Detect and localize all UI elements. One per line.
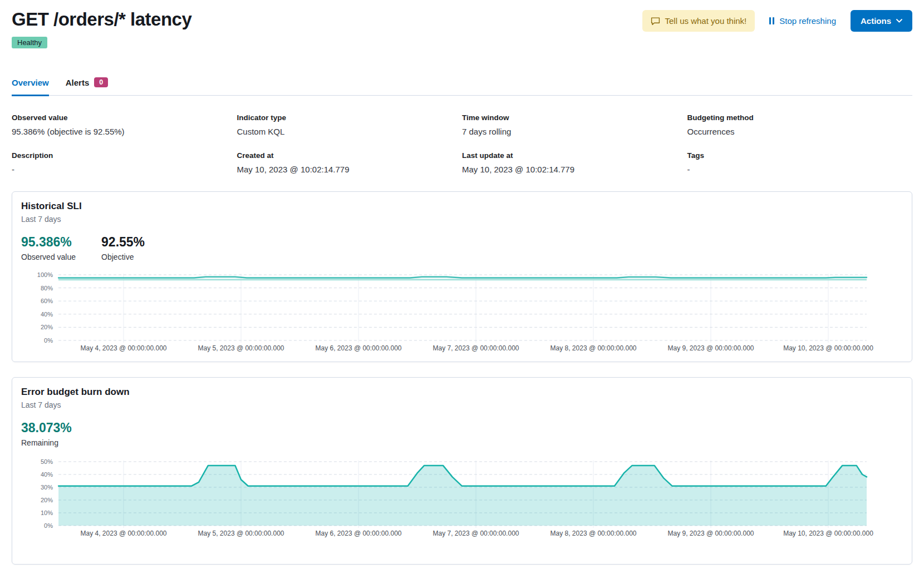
svg-text:30%: 30% <box>41 484 53 491</box>
definition-value: 95.386% (objective is 92.55%) <box>12 127 237 136</box>
y-axis-labels: 0%20%40%60%80%100% <box>37 271 53 344</box>
series-line <box>58 466 867 486</box>
svg-text:May 7, 2023 @ 00:00:00.000: May 7, 2023 @ 00:00:00.000 <box>433 530 519 537</box>
stat-label: Observed value <box>21 253 76 261</box>
svg-text:20%: 20% <box>41 324 53 330</box>
tab-label: Overview <box>12 78 49 87</box>
tab-label: Alerts <box>66 78 90 87</box>
svg-text:May 5, 2023 @ 00:00:00.000: May 5, 2023 @ 00:00:00.000 <box>198 530 284 537</box>
svg-text:May 5, 2023 @ 00:00:00.000: May 5, 2023 @ 00:00:00.000 <box>198 344 284 352</box>
definition-value: Occurrences <box>687 127 913 136</box>
svg-text:0%: 0% <box>44 522 53 529</box>
definition-last-update-at: Last update atMay 10, 2023 @ 10:02:14.77… <box>462 151 687 174</box>
definition-observed-value: Observed value95.386% (objective is 92.5… <box>12 113 237 136</box>
page-header: GET /orders/* latency Healthy Tell us wh… <box>12 8 912 48</box>
slo-detail-page: GET /orders/* latency Healthy Tell us wh… <box>0 0 924 569</box>
svg-text:May 6, 2023 @ 00:00:00.000: May 6, 2023 @ 00:00:00.000 <box>316 344 402 352</box>
historical-sli-panel: Historical SLI Last 7 days 95.386%Observ… <box>12 191 912 362</box>
svg-text:10%: 10% <box>41 509 53 516</box>
tab-overview[interactable]: Overview <box>12 77 49 96</box>
stop-refreshing-label: Stop refreshing <box>779 16 836 26</box>
sli-stats: 95.386%Observed value92.55%Objective <box>21 235 903 261</box>
tab-alerts[interactable]: Alerts0 <box>66 77 108 96</box>
svg-text:May 8, 2023 @ 00:00:00.000: May 8, 2023 @ 00:00:00.000 <box>551 530 637 537</box>
definition-value: Custom KQL <box>237 127 463 136</box>
definition-description: Description- <box>12 151 237 174</box>
stat-objective: 92.55%Objective <box>101 235 145 261</box>
svg-text:May 9, 2023 @ 00:00:00.000: May 9, 2023 @ 00:00:00.000 <box>668 530 754 537</box>
feedback-button-label: Tell us what you think! <box>665 16 747 26</box>
stop-refreshing-button[interactable]: Stop refreshing <box>769 16 836 26</box>
definition-label: Description <box>12 151 237 160</box>
svg-text:80%: 80% <box>41 285 53 291</box>
definition-label: Last update at <box>462 151 687 160</box>
actions-button[interactable]: Actions <box>851 10 912 32</box>
pause-icon <box>769 17 774 24</box>
definition-label: Observed value <box>12 113 237 122</box>
stat-observed-value: 95.386%Observed value <box>21 235 76 261</box>
definition-label: Indicator type <box>237 113 463 122</box>
stat-value: 38.073% <box>21 420 72 436</box>
definition-created-at: Created atMay 10, 2023 @ 10:02:14.779 <box>237 151 463 174</box>
panel-title: Historical SLI <box>21 201 903 212</box>
page-title: GET /orders/* latency <box>12 9 191 30</box>
stat-value: 92.55% <box>101 235 145 250</box>
svg-text:May 4, 2023 @ 00:00:00.000: May 4, 2023 @ 00:00:00.000 <box>81 530 167 537</box>
definition-grid: Observed value95.386% (objective is 92.5… <box>12 113 912 174</box>
definition-value: May 10, 2023 @ 10:02:14.779 <box>237 165 463 174</box>
error-budget-panel: Error budget burn down Last 7 days 38.07… <box>12 377 912 565</box>
svg-text:50%: 50% <box>41 458 53 465</box>
definition-indicator-type: Indicator typeCustom KQL <box>237 113 463 136</box>
stat-value: 95.386% <box>21 235 76 250</box>
panel-title: Error budget burn down <box>21 387 903 398</box>
definition-label: Time window <box>462 113 687 122</box>
page-header-actions: Tell us what you think! Stop refreshing … <box>642 8 913 32</box>
definition-label: Budgeting method <box>687 113 913 122</box>
svg-text:40%: 40% <box>41 471 53 478</box>
definition-value: May 10, 2023 @ 10:02:14.779 <box>462 165 687 174</box>
series-line <box>58 277 867 278</box>
svg-text:May 8, 2023 @ 00:00:00.000: May 8, 2023 @ 00:00:00.000 <box>551 344 637 352</box>
stat-label: Remaining <box>21 438 72 447</box>
feedback-button[interactable]: Tell us what you think! <box>642 10 755 32</box>
svg-text:May 9, 2023 @ 00:00:00.000: May 9, 2023 @ 00:00:00.000 <box>668 344 754 352</box>
x-axis-labels: May 4, 2023 @ 00:00:00.000May 5, 2023 @ … <box>81 344 874 352</box>
chevron-down-icon <box>896 19 902 23</box>
panel-subtitle: Last 7 days <box>21 215 903 224</box>
definition-label: Created at <box>237 151 463 160</box>
definition-label: Tags <box>687 151 913 160</box>
definition-tags: Tags- <box>687 151 913 174</box>
alerts-count-badge: 0 <box>94 77 108 87</box>
svg-text:May 10, 2023 @ 00:00:00.000: May 10, 2023 @ 00:00:00.000 <box>783 530 873 537</box>
svg-text:May 7, 2023 @ 00:00:00.000: May 7, 2023 @ 00:00:00.000 <box>433 344 519 352</box>
svg-text:20%: 20% <box>41 497 53 503</box>
speech-bubble-icon <box>651 17 660 26</box>
page-header-left: GET /orders/* latency Healthy <box>12 8 191 48</box>
historical-sli-chart[interactable]: 0%20%40%60%80%100%May 4, 2023 @ 00:00:00… <box>21 270 903 355</box>
panel-subtitle: Last 7 days <box>21 400 903 409</box>
definition-value: 7 days rolling <box>462 127 687 136</box>
svg-text:May 4, 2023 @ 00:00:00.000: May 4, 2023 @ 00:00:00.000 <box>81 344 167 352</box>
svg-text:May 6, 2023 @ 00:00:00.000: May 6, 2023 @ 00:00:00.000 <box>316 530 402 537</box>
svg-text:60%: 60% <box>41 298 53 304</box>
actions-button-label: Actions <box>861 16 891 26</box>
definition-budgeting-method: Budgeting methodOccurrences <box>687 113 913 136</box>
stat-remaining: 38.073%Remaining <box>21 420 72 447</box>
y-axis-labels: 0%10%20%30%40%50% <box>41 458 53 529</box>
stat-label: Objective <box>101 253 145 261</box>
definition-value: - <box>12 165 237 174</box>
svg-text:May 10, 2023 @ 00:00:00.000: May 10, 2023 @ 00:00:00.000 <box>783 344 873 352</box>
chart-gridlines <box>58 274 867 343</box>
definition-time-window: Time window7 days rolling <box>462 113 687 136</box>
svg-text:100%: 100% <box>37 271 53 278</box>
svg-text:40%: 40% <box>41 311 53 318</box>
svg-text:0%: 0% <box>44 337 53 344</box>
tabs: OverviewAlerts0 <box>12 77 912 96</box>
status-badge: Healthy <box>12 37 47 48</box>
definition-value: - <box>687 165 913 174</box>
x-axis-labels: May 4, 2023 @ 00:00:00.000May 5, 2023 @ … <box>81 530 874 537</box>
error-budget-chart[interactable]: 0%10%20%30%40%50%May 4, 2023 @ 00:00:00.… <box>21 456 903 557</box>
error-budget-stats: 38.073%Remaining <box>21 420 903 447</box>
